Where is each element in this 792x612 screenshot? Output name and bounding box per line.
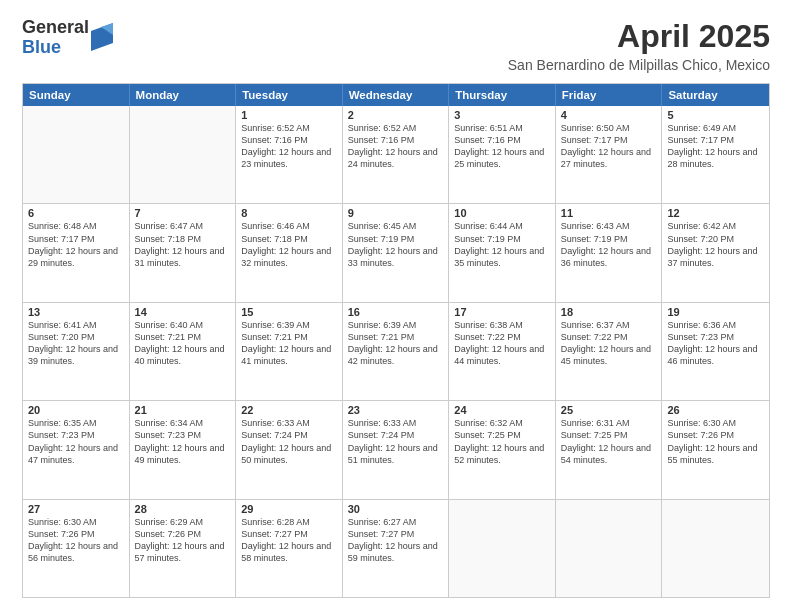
- day-number: 5: [667, 109, 764, 121]
- logo-text: General Blue: [22, 18, 89, 58]
- day-number: 20: [28, 404, 124, 416]
- day-number: 15: [241, 306, 337, 318]
- day-info: Sunrise: 6:38 AM Sunset: 7:22 PM Dayligh…: [454, 319, 550, 368]
- day-number: 30: [348, 503, 444, 515]
- calendar-header-cell: Sunday: [23, 84, 130, 106]
- day-info: Sunrise: 6:31 AM Sunset: 7:25 PM Dayligh…: [561, 417, 657, 466]
- day-info: Sunrise: 6:29 AM Sunset: 7:26 PM Dayligh…: [135, 516, 231, 565]
- calendar-cell: 12Sunrise: 6:42 AM Sunset: 7:20 PM Dayli…: [662, 204, 769, 301]
- day-number: 16: [348, 306, 444, 318]
- day-number: 26: [667, 404, 764, 416]
- calendar: SundayMondayTuesdayWednesdayThursdayFrid…: [22, 83, 770, 598]
- day-number: 8: [241, 207, 337, 219]
- day-info: Sunrise: 6:27 AM Sunset: 7:27 PM Dayligh…: [348, 516, 444, 565]
- calendar-cell: [130, 106, 237, 203]
- calendar-cell: 19Sunrise: 6:36 AM Sunset: 7:23 PM Dayli…: [662, 303, 769, 400]
- calendar-cell: 6Sunrise: 6:48 AM Sunset: 7:17 PM Daylig…: [23, 204, 130, 301]
- day-info: Sunrise: 6:43 AM Sunset: 7:19 PM Dayligh…: [561, 220, 657, 269]
- day-info: Sunrise: 6:44 AM Sunset: 7:19 PM Dayligh…: [454, 220, 550, 269]
- calendar-subtitle: San Bernardino de Milpillas Chico, Mexic…: [508, 57, 770, 73]
- calendar-cell: 14Sunrise: 6:40 AM Sunset: 7:21 PM Dayli…: [130, 303, 237, 400]
- logo-blue: Blue: [22, 38, 89, 58]
- calendar-header-cell: Monday: [130, 84, 237, 106]
- calendar-week: 20Sunrise: 6:35 AM Sunset: 7:23 PM Dayli…: [23, 400, 769, 498]
- day-info: Sunrise: 6:34 AM Sunset: 7:23 PM Dayligh…: [135, 417, 231, 466]
- day-number: 6: [28, 207, 124, 219]
- calendar-cell: 2Sunrise: 6:52 AM Sunset: 7:16 PM Daylig…: [343, 106, 450, 203]
- calendar-header-cell: Tuesday: [236, 84, 343, 106]
- day-info: Sunrise: 6:42 AM Sunset: 7:20 PM Dayligh…: [667, 220, 764, 269]
- title-block: April 2025 San Bernardino de Milpillas C…: [508, 18, 770, 73]
- calendar-title: April 2025: [508, 18, 770, 55]
- calendar-cell: 15Sunrise: 6:39 AM Sunset: 7:21 PM Dayli…: [236, 303, 343, 400]
- day-number: 2: [348, 109, 444, 121]
- day-info: Sunrise: 6:33 AM Sunset: 7:24 PM Dayligh…: [241, 417, 337, 466]
- day-info: Sunrise: 6:41 AM Sunset: 7:20 PM Dayligh…: [28, 319, 124, 368]
- page: General Blue April 2025 San Bernardino d…: [0, 0, 792, 612]
- calendar-cell: 17Sunrise: 6:38 AM Sunset: 7:22 PM Dayli…: [449, 303, 556, 400]
- day-number: 14: [135, 306, 231, 318]
- calendar-header-cell: Saturday: [662, 84, 769, 106]
- calendar-cell: 28Sunrise: 6:29 AM Sunset: 7:26 PM Dayli…: [130, 500, 237, 597]
- day-info: Sunrise: 6:49 AM Sunset: 7:17 PM Dayligh…: [667, 122, 764, 171]
- calendar-cell: 21Sunrise: 6:34 AM Sunset: 7:23 PM Dayli…: [130, 401, 237, 498]
- day-info: Sunrise: 6:46 AM Sunset: 7:18 PM Dayligh…: [241, 220, 337, 269]
- day-number: 21: [135, 404, 231, 416]
- calendar-cell: 3Sunrise: 6:51 AM Sunset: 7:16 PM Daylig…: [449, 106, 556, 203]
- day-info: Sunrise: 6:51 AM Sunset: 7:16 PM Dayligh…: [454, 122, 550, 171]
- day-number: 22: [241, 404, 337, 416]
- calendar-header-cell: Wednesday: [343, 84, 450, 106]
- calendar-header-cell: Thursday: [449, 84, 556, 106]
- header: General Blue April 2025 San Bernardino d…: [22, 18, 770, 73]
- day-info: Sunrise: 6:39 AM Sunset: 7:21 PM Dayligh…: [348, 319, 444, 368]
- day-number: 11: [561, 207, 657, 219]
- calendar-week: 1Sunrise: 6:52 AM Sunset: 7:16 PM Daylig…: [23, 106, 769, 203]
- calendar-cell: 10Sunrise: 6:44 AM Sunset: 7:19 PM Dayli…: [449, 204, 556, 301]
- day-number: 4: [561, 109, 657, 121]
- calendar-cell: 18Sunrise: 6:37 AM Sunset: 7:22 PM Dayli…: [556, 303, 663, 400]
- day-info: Sunrise: 6:37 AM Sunset: 7:22 PM Dayligh…: [561, 319, 657, 368]
- day-info: Sunrise: 6:52 AM Sunset: 7:16 PM Dayligh…: [348, 122, 444, 171]
- day-number: 29: [241, 503, 337, 515]
- day-number: 24: [454, 404, 550, 416]
- calendar-cell: [662, 500, 769, 597]
- calendar-body: 1Sunrise: 6:52 AM Sunset: 7:16 PM Daylig…: [23, 106, 769, 597]
- calendar-cell: 5Sunrise: 6:49 AM Sunset: 7:17 PM Daylig…: [662, 106, 769, 203]
- calendar-cell: 29Sunrise: 6:28 AM Sunset: 7:27 PM Dayli…: [236, 500, 343, 597]
- day-number: 28: [135, 503, 231, 515]
- calendar-cell: 13Sunrise: 6:41 AM Sunset: 7:20 PM Dayli…: [23, 303, 130, 400]
- calendar-week: 27Sunrise: 6:30 AM Sunset: 7:26 PM Dayli…: [23, 499, 769, 597]
- calendar-cell: 30Sunrise: 6:27 AM Sunset: 7:27 PM Dayli…: [343, 500, 450, 597]
- day-info: Sunrise: 6:52 AM Sunset: 7:16 PM Dayligh…: [241, 122, 337, 171]
- day-number: 13: [28, 306, 124, 318]
- calendar-cell: 7Sunrise: 6:47 AM Sunset: 7:18 PM Daylig…: [130, 204, 237, 301]
- day-info: Sunrise: 6:33 AM Sunset: 7:24 PM Dayligh…: [348, 417, 444, 466]
- day-number: 12: [667, 207, 764, 219]
- day-info: Sunrise: 6:48 AM Sunset: 7:17 PM Dayligh…: [28, 220, 124, 269]
- calendar-cell: 16Sunrise: 6:39 AM Sunset: 7:21 PM Dayli…: [343, 303, 450, 400]
- day-number: 1: [241, 109, 337, 121]
- day-info: Sunrise: 6:35 AM Sunset: 7:23 PM Dayligh…: [28, 417, 124, 466]
- calendar-cell: 11Sunrise: 6:43 AM Sunset: 7:19 PM Dayli…: [556, 204, 663, 301]
- calendar-cell: 26Sunrise: 6:30 AM Sunset: 7:26 PM Dayli…: [662, 401, 769, 498]
- day-info: Sunrise: 6:28 AM Sunset: 7:27 PM Dayligh…: [241, 516, 337, 565]
- day-info: Sunrise: 6:50 AM Sunset: 7:17 PM Dayligh…: [561, 122, 657, 171]
- day-number: 7: [135, 207, 231, 219]
- day-number: 3: [454, 109, 550, 121]
- day-number: 23: [348, 404, 444, 416]
- day-number: 10: [454, 207, 550, 219]
- calendar-cell: [23, 106, 130, 203]
- day-info: Sunrise: 6:40 AM Sunset: 7:21 PM Dayligh…: [135, 319, 231, 368]
- day-number: 18: [561, 306, 657, 318]
- day-number: 19: [667, 306, 764, 318]
- calendar-cell: 8Sunrise: 6:46 AM Sunset: 7:18 PM Daylig…: [236, 204, 343, 301]
- calendar-cell: 27Sunrise: 6:30 AM Sunset: 7:26 PM Dayli…: [23, 500, 130, 597]
- logo-general: General: [22, 18, 89, 38]
- calendar-header-row: SundayMondayTuesdayWednesdayThursdayFrid…: [23, 84, 769, 106]
- logo-icon: [91, 23, 113, 51]
- calendar-cell: [556, 500, 663, 597]
- day-info: Sunrise: 6:32 AM Sunset: 7:25 PM Dayligh…: [454, 417, 550, 466]
- day-info: Sunrise: 6:30 AM Sunset: 7:26 PM Dayligh…: [28, 516, 124, 565]
- day-number: 9: [348, 207, 444, 219]
- calendar-cell: 1Sunrise: 6:52 AM Sunset: 7:16 PM Daylig…: [236, 106, 343, 203]
